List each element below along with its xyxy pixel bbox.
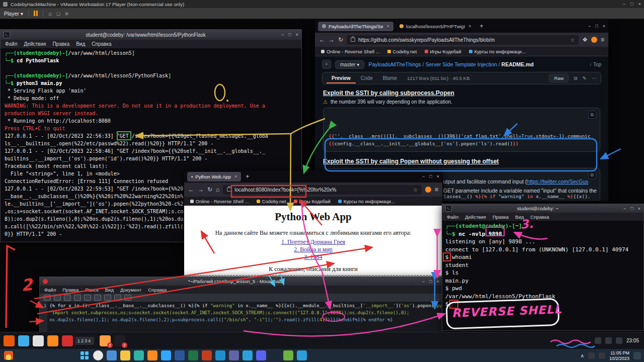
payload-code[interactable]: {% for x in ().__class__.__base__.__subc… bbox=[47, 302, 442, 334]
close-button[interactable]: × bbox=[603, 24, 605, 29]
more-options-icon[interactable]: ⋯ bbox=[592, 75, 597, 81]
minimize-button[interactable]: − bbox=[422, 174, 425, 179]
taskbar-icon-explorer[interactable] bbox=[120, 350, 130, 360]
menu-item-файл[interactable]: Файл bbox=[44, 287, 56, 293]
menu-item-действия[interactable]: Действия bbox=[465, 214, 486, 220]
network-icon[interactable] bbox=[588, 352, 595, 359]
suspend-vm-button[interactable] bbox=[34, 11, 38, 16]
breadcrumb-item[interactable]: README.md bbox=[502, 61, 534, 67]
vm-taskbar-icon-torch[interactable] bbox=[4, 335, 15, 346]
breadcrumb-item[interactable]: Server Side Template Injection bbox=[426, 61, 497, 67]
back-button[interactable]: ← bbox=[188, 186, 194, 193]
bookmark-item[interactable]: Курсы по информаци... bbox=[338, 199, 395, 204]
close-button[interactable]: × bbox=[437, 279, 439, 284]
terminal1-titlebar[interactable]: >_ student@codeby: /var/www/html/lesson5… bbox=[1, 30, 301, 40]
book-link[interactable]: 2. Война и мир bbox=[184, 246, 442, 253]
taskbar-icon-telegram[interactable] bbox=[243, 350, 253, 360]
search-icon[interactable] bbox=[124, 295, 131, 301]
terminal2-output[interactable]: ┌──(student@codeby)-[~]└─$ nc -nvlp 9898… bbox=[442, 221, 643, 311]
redo-icon[interactable] bbox=[84, 295, 91, 301]
vmware-maximize-button[interactable]: □ bbox=[630, 2, 633, 7]
vm-taskbar-icon-flame[interactable] bbox=[62, 335, 73, 346]
vmware-close-button[interactable]: × bbox=[638, 2, 641, 7]
tab-close-icon[interactable]: × bbox=[468, 24, 471, 29]
vm-taskbar-icon-paw-app[interactable]: 2 bbox=[100, 335, 111, 346]
copy-file-icon[interactable]: ⧉ bbox=[574, 75, 577, 81]
menu-item-вид[interactable]: Вид bbox=[76, 41, 85, 47]
file-tab-blame[interactable]: Blame bbox=[378, 74, 402, 83]
menu-item-правка[interactable]: Правка bbox=[62, 287, 78, 293]
new-icon[interactable] bbox=[44, 295, 51, 301]
paste-icon[interactable] bbox=[114, 295, 121, 301]
new-tab-button[interactable]: + bbox=[477, 23, 486, 30]
mousepad-titlebar[interactable]: *~/Рабочий стол/tmp_lesson_5 - Mousepad … bbox=[40, 277, 442, 286]
tab-python-web-app[interactable]: • Python Web App × bbox=[187, 172, 241, 182]
reload-button[interactable]: ↻ bbox=[207, 186, 212, 193]
menu-item-справка[interactable]: Справка bbox=[530, 214, 549, 220]
taskbar-icon-discord[interactable] bbox=[256, 350, 266, 360]
home-button[interactable]: ⌂ bbox=[216, 186, 219, 193]
shield-icon[interactable]: ❖ bbox=[582, 36, 588, 43]
maximize-button[interactable]: □ bbox=[429, 174, 432, 179]
menu-item-действия[interactable]: Действия bbox=[24, 41, 46, 47]
save-icon[interactable] bbox=[64, 295, 71, 301]
extension-icon[interactable] bbox=[425, 187, 431, 193]
file-tab-preview[interactable]: Preview bbox=[327, 74, 356, 83]
taskbar-icon-steam[interactable] bbox=[270, 350, 280, 360]
tray-chevron-icon[interactable]: ∧ bbox=[581, 353, 584, 358]
notification-center-icon[interactable] bbox=[633, 352, 641, 359]
maximize-button[interactable]: □ bbox=[288, 32, 291, 37]
taskbar-icon-start[interactable] bbox=[79, 350, 90, 360]
bookmark-item[interactable]: Codeby.net bbox=[387, 49, 417, 54]
taskbar-icon-word[interactable] bbox=[175, 350, 185, 360]
volume-icon[interactable] bbox=[605, 337, 612, 344]
taskbar-icon-firefox[interactable] bbox=[147, 350, 157, 360]
menu-item-справка[interactable]: Справка bbox=[148, 287, 167, 293]
menu-item-вид[interactable]: Вид bbox=[515, 214, 524, 220]
taskbar-icon-excel[interactable] bbox=[188, 350, 198, 360]
host-widget-icon[interactable] bbox=[4, 351, 13, 360]
notifications-icon[interactable] bbox=[616, 337, 622, 344]
tab-payloadsallthethings[interactable]: PayloadsAllTheThings/Se × bbox=[318, 22, 393, 31]
heading-subprocess-popen[interactable]: Exploit the SSTI by calling subprocess.P… bbox=[323, 89, 600, 97]
undo-icon[interactable] bbox=[74, 295, 81, 301]
vm-taskbar-icon-files[interactable] bbox=[18, 335, 29, 346]
menu-item-правка[interactable]: Правка bbox=[52, 41, 69, 47]
taskbar-icon-teams[interactable] bbox=[229, 350, 239, 360]
tab-localhost-phptwig[interactable]: localhost/lesson5/PHPTwigI × bbox=[395, 22, 475, 31]
fullscreen-icon[interactable]: □ bbox=[57, 11, 60, 17]
bookmark-item[interactable]: Online - Reverse Shell ... bbox=[321, 49, 380, 54]
menu-item-справка[interactable]: Справка bbox=[92, 41, 111, 47]
sidebar-toggle-icon[interactable]: ≡ bbox=[322, 60, 331, 69]
menu-item-правка[interactable]: Правка bbox=[493, 214, 509, 220]
bookmark-star-icon[interactable]: ☆ bbox=[413, 187, 418, 193]
url-bar[interactable]: localhost:8080/index?book={%%20for%20x% … bbox=[223, 185, 422, 195]
bookmark-item[interactable]: Курсы по информаци... bbox=[469, 49, 526, 54]
minimize-button[interactable]: − bbox=[422, 279, 425, 284]
close-button[interactable]: × bbox=[296, 32, 298, 37]
minimize-button[interactable]: − bbox=[623, 206, 626, 211]
maximize-button[interactable]: □ bbox=[429, 279, 432, 284]
taskbar-icon-search[interactable] bbox=[93, 350, 103, 360]
taskbar-icon-vscode[interactable] bbox=[297, 350, 307, 360]
copy-code-icon[interactable]: ⧉ bbox=[588, 111, 596, 119]
mousepad-editor[interactable]: 1 {% for x in ().__class__.__base__.__su… bbox=[40, 302, 442, 334]
vm-taskbar-icon-firefox[interactable] bbox=[47, 335, 58, 346]
maximize-button[interactable]: □ bbox=[630, 206, 633, 211]
ctrl-alt-del-icon[interactable]: ⌂ bbox=[48, 11, 52, 17]
file-tab-code[interactable]: Code bbox=[356, 74, 378, 83]
devices-icon[interactable]: ≡ bbox=[65, 11, 68, 17]
raw-button[interactable]: Raw bbox=[549, 74, 569, 82]
reload-button[interactable]: ↻ bbox=[338, 36, 343, 43]
taskbar-icon-edge[interactable] bbox=[134, 350, 144, 360]
menu-icon[interactable]: ≡ bbox=[435, 186, 438, 193]
bookmark-item[interactable]: Codeby.net bbox=[257, 199, 286, 204]
maximize-button[interactable]: □ bbox=[595, 24, 598, 29]
menu-item-файл[interactable]: Файл bbox=[447, 214, 458, 220]
minimize-button[interactable]: − bbox=[588, 24, 591, 29]
bookmark-star-icon[interactable]: ☆ bbox=[570, 37, 575, 43]
taskbar-icon-photoshop[interactable] bbox=[161, 350, 171, 360]
code-block-subclasses[interactable]: ⧉ {{''.__class__.mro()[1].__subclasses__… bbox=[323, 108, 600, 152]
new-tab-button[interactable]: + bbox=[243, 173, 252, 180]
twitter-link[interactable]: https://twitter.com/SecGus bbox=[527, 178, 588, 185]
